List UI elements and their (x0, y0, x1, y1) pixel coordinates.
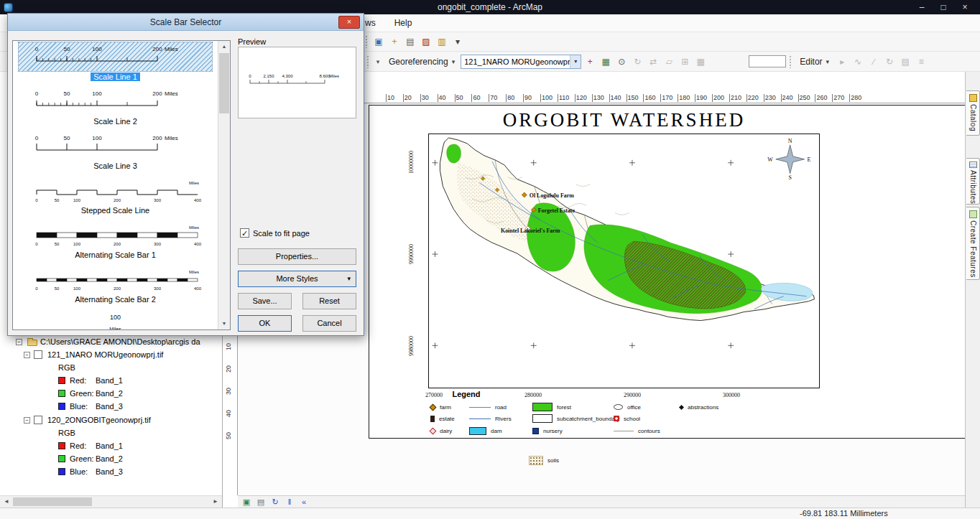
toolbar-options-icon[interactable]: ▾ (450, 34, 465, 49)
collapse-icon[interactable]: − (16, 339, 22, 345)
layer-name[interactable]: 121_1NARO MORUgeonowprj.tif (47, 350, 163, 359)
add-control-points-icon[interactable]: + (583, 55, 597, 69)
ruler-mark: 190 (695, 94, 707, 102)
cancel-button[interactable]: Cancel (302, 315, 356, 332)
scale-to-fit-row[interactable]: ✓ Scale to fit page (240, 228, 310, 238)
svg-text:Miles: Miles (188, 225, 198, 230)
more-styles-button[interactable]: More Styles ▾ (238, 271, 356, 287)
collapse-icon[interactable]: − (24, 417, 30, 424)
arctoolbox-icon[interactable]: ▨ (419, 34, 433, 49)
menu-item-ws[interactable]: ws (365, 18, 376, 28)
band-name: Band_3 (96, 467, 123, 476)
ruler-mark: 140 (609, 94, 621, 102)
collapse-ribbon-button[interactable]: « (298, 497, 310, 508)
properties-button[interactable]: Properties... (238, 248, 356, 265)
tab-label: Create Features (969, 220, 977, 278)
editor-menu[interactable]: Editor ▾ (795, 54, 833, 70)
legend-item-dairy: dairy (430, 426, 452, 436)
scroll-right-icon[interactable]: ► (210, 496, 221, 508)
toolbar-grip[interactable] (789, 55, 792, 68)
pause-drawing-button[interactable]: ‖ (284, 497, 295, 508)
close-button[interactable]: × (956, 2, 974, 12)
list-scrollbar[interactable]: ▲ ▼ (218, 41, 230, 329)
data-view-button[interactable]: ▣ (241, 497, 252, 508)
svg-text:300: 300 (153, 286, 161, 291)
georeferencing-menu[interactable]: Georeferencing ▾ (384, 54, 459, 70)
edit-tool-icon[interactable]: ▸ (835, 55, 849, 69)
sketch-tool-icon[interactable]: ∿ (851, 55, 865, 69)
tab-create-features[interactable]: Create Features (966, 207, 980, 280)
band-channel: Green: (70, 389, 94, 398)
scrollbar-thumb[interactable] (219, 53, 229, 113)
menu-item-help[interactable]: Help (394, 18, 412, 28)
legend-item-farm: farm (430, 402, 451, 412)
toolbar-grip[interactable] (365, 35, 369, 48)
ok-button[interactable]: OK (238, 315, 292, 332)
tab-attributes[interactable]: Attributes (966, 158, 980, 205)
georeferencing-textbox[interactable] (749, 55, 786, 67)
toolbar-grip[interactable] (366, 55, 370, 68)
dialog-titlebar[interactable]: Scale Bar Selector (8, 14, 364, 31)
shift-raster-icon[interactable]: ⇄ (646, 55, 660, 69)
editor-tools: ▸∿∕↻▤≡ (835, 55, 928, 69)
chevron-down-icon[interactable]: ▾ (570, 55, 581, 68)
catalog-window-icon[interactable]: ▥ (435, 34, 449, 49)
svg-text:100: 100 (73, 242, 80, 246)
scalebar-style-option[interactable]: 050100200300400MilesAlternating Scale Ba… (13, 219, 218, 263)
collapse-icon[interactable]: − (24, 352, 30, 358)
scalebar-style-option[interactable]: 050100200MilesScale Line 2 (13, 85, 218, 130)
toc-horizontal-scrollbar[interactable]: ◄ ► (0, 495, 222, 508)
scalebar-style-option[interactable]: 050100200MilesScale Line 1 (13, 41, 218, 85)
toc-folder-label[interactable]: C:\Users\GRACE AMONDI\Desktop\arcgis da (40, 337, 200, 346)
view-link-table-icon[interactable]: ▦ (598, 55, 613, 69)
scroll-up-icon[interactable]: ▲ (218, 41, 230, 52)
minimize-button[interactable]: – (912, 2, 931, 12)
svg-text:200: 200 (113, 242, 121, 246)
attributes-tab-icon (969, 162, 977, 168)
layer-combo[interactable]: 121_1NARO MORUgeonowprj.tif ▾ (461, 55, 581, 69)
split-tool-icon[interactable]: ∕ (866, 55, 881, 69)
svg-text:100: 100 (92, 90, 102, 97)
attributes-window-icon[interactable]: ▤ (898, 55, 912, 69)
chevron-down-icon: ▾ (347, 271, 351, 286)
sketch-properties-icon[interactable]: ≡ (914, 55, 928, 69)
zoom-to-layer-icon[interactable]: ⊙ (614, 55, 629, 69)
scalebar-style-option[interactable]: 050100200300400MilesStepped Scale Line (13, 174, 218, 219)
toc-row: RGB (0, 427, 222, 440)
layout-page[interactable]: ORGOBIT WATERSHED (369, 105, 965, 439)
residuals-icon[interactable]: ▦ (693, 55, 708, 69)
rotate-tool-icon[interactable]: ↻ (882, 55, 897, 69)
legend-item-dam: dam (469, 426, 502, 436)
toc-row: Red:Band_1 (0, 440, 222, 453)
layer-combo-value: 121_1NARO MORUgeonowprj.tif (461, 57, 570, 66)
svg-text:400: 400 (193, 286, 201, 291)
layer-checkbox[interactable] (34, 350, 42, 359)
new-map-icon[interactable]: ▣ (371, 34, 386, 49)
layer-name[interactable]: 120_2ONGOBITgeonowprj.tif (47, 416, 151, 424)
scale-to-fit-checkbox[interactable]: ✓ (240, 228, 249, 238)
add-links-icon[interactable]: ⊞ (678, 55, 692, 69)
scalebar-style-option[interactable]: 050100200MilesScale Line 3 (13, 130, 218, 174)
rotate-raster-icon[interactable]: ↻ (630, 55, 644, 69)
ruler-mark: 260 (815, 94, 827, 102)
reset-button[interactable]: Reset (302, 293, 356, 309)
scroll-down-icon[interactable]: ▼ (218, 318, 230, 329)
scalebar-style-option[interactable]: 050100200300400MilesAlternating Scale Ba… (13, 263, 218, 308)
map-frame[interactable]: Ol Logululu Farm Forgetel Estate Kointel… (428, 134, 820, 388)
save-button[interactable]: Save... (238, 293, 292, 309)
refresh-view-button[interactable]: ↻ (269, 497, 281, 508)
add-data-icon[interactable]: + (387, 34, 402, 49)
dialog-close-button[interactable]: × (338, 16, 360, 29)
legend-item-rivers: Rivers (469, 413, 512, 424)
scalebar-style-option[interactable]: 100Miles (13, 308, 218, 330)
table-of-contents-icon[interactable]: ▤ (403, 34, 417, 49)
restore-button[interactable]: □ (934, 2, 953, 12)
tab-catalog[interactable]: Catalog (966, 90, 980, 136)
viewer-dropdown-icon[interactable]: ▾ (373, 55, 383, 69)
scroll-left-icon[interactable]: ◄ (1, 496, 12, 508)
scrollbar-thumb[interactable] (13, 497, 92, 506)
style-list[interactable]: 050100200MilesScale Line 1050100200Miles… (12, 40, 231, 330)
layer-checkbox[interactable] (34, 416, 42, 424)
layout-view-button[interactable]: ▤ (255, 497, 267, 508)
fit-to-display-icon[interactable]: ▱ (662, 55, 676, 69)
